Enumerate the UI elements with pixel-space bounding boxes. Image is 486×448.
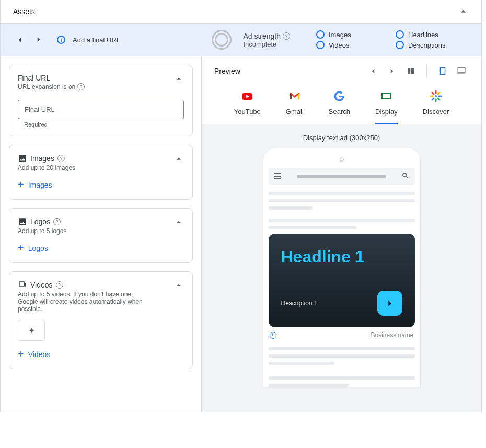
info-icon: i (57, 36, 65, 44)
add-videos-button[interactable]: +Videos (18, 348, 184, 360)
tab-display[interactable]: Display (375, 90, 398, 124)
business-name: Business name (371, 331, 413, 339)
final-url-title: Final URL (18, 74, 85, 82)
videos-card: Videos? Add up to 5 videos. If you don't… (9, 271, 193, 369)
help-icon[interactable]: ? (57, 155, 65, 162)
chevron-up-icon[interactable] (173, 74, 184, 84)
image-icon (18, 154, 27, 163)
ad-strength-value: Incomplete (243, 40, 290, 48)
help-icon[interactable]: ? (53, 218, 61, 225)
logos-subtitle: Add up to 5 logos (18, 227, 66, 235)
logos-title: Logos (30, 217, 50, 226)
final-url-input[interactable]: Final URL (18, 100, 184, 119)
preview-title: Preview (214, 67, 362, 75)
chevron-up-icon[interactable] (173, 280, 184, 291)
help-icon[interactable]: ? (56, 281, 63, 289)
ad-cta-button (377, 291, 402, 316)
check-videos: Videos (316, 41, 389, 49)
images-subtitle: Add up to 20 images (18, 164, 75, 171)
logos-card: Logos? Add up to 5 logos +Logos (9, 208, 193, 263)
add-images-button[interactable]: +Images (18, 179, 184, 191)
address-bar-placeholder (297, 175, 386, 178)
check-images: Images (316, 30, 389, 39)
google-icon (333, 90, 345, 102)
videos-title: Videos (30, 281, 53, 289)
ad-strength-ring (212, 30, 232, 50)
tab-youtube[interactable]: YouTube (234, 90, 261, 124)
preview-variant-label: Display text ad (300x250) (202, 134, 481, 142)
gmail-icon (288, 90, 301, 102)
preview-prev-button[interactable] (366, 64, 380, 78)
add-logos-button[interactable]: +Logos (18, 242, 184, 254)
final-url-subtitle: URL expansion is on (18, 83, 75, 90)
tab-search[interactable]: Search (329, 90, 350, 124)
display-icon (380, 90, 392, 102)
chevron-up-icon[interactable] (173, 154, 184, 164)
device-frame: Headline 1 Description 1 Business name (263, 148, 420, 387)
wizard-prev-button[interactable] (13, 33, 27, 47)
grid-view-button[interactable] (403, 64, 418, 78)
chevron-up-icon[interactable] (173, 217, 184, 227)
menu-icon (274, 173, 281, 179)
preview-next-button[interactable] (385, 64, 399, 78)
wizard-next-button[interactable] (32, 33, 45, 47)
tab-gmail[interactable]: Gmail (286, 90, 304, 124)
check-headlines: Headlines (396, 30, 469, 39)
wizard-step-label: Add a final URL (73, 36, 120, 44)
preview-panel: Preview YouTube Gmail Search Display Dis… (202, 56, 481, 412)
images-card: Images? Add up to 20 images +Images (9, 145, 193, 200)
svg-point-3 (435, 95, 437, 97)
ad-info-icon (270, 332, 276, 339)
images-title: Images (30, 154, 54, 163)
youtube-icon (241, 90, 253, 102)
ad-description: Description 1 (281, 300, 318, 307)
divider (426, 64, 427, 78)
assets-title: Assets (13, 7, 35, 16)
videos-subtitle: Add up to 5 videos. If you don't have on… (18, 291, 148, 313)
ad-headline: Headline 1 (281, 247, 402, 267)
final-url-card: Final URL URL expansion is on? Final URL… (9, 65, 193, 136)
image-icon (18, 217, 27, 226)
search-icon (401, 171, 410, 181)
help-icon[interactable]: ? (77, 83, 85, 90)
final-url-hint: Required (24, 121, 184, 128)
sparkle-icon: ✦ (28, 326, 35, 336)
camera-dot (340, 157, 344, 162)
discover-icon (430, 90, 442, 102)
assets-panel-header[interactable]: Assets (1, 0, 481, 24)
desktop-device-button[interactable] (454, 64, 469, 78)
tab-discover[interactable]: Discover (423, 90, 449, 124)
chevron-right-icon (384, 297, 396, 309)
assets-form: Final URL URL expansion is on? Final URL… (1, 56, 202, 412)
mock-browser-bar (269, 168, 415, 185)
video-icon (18, 280, 27, 290)
help-icon[interactable]: ? (283, 32, 290, 40)
ad-strength-bar: i Add a final URL Ad strength? Incomplet… (1, 24, 481, 56)
mobile-device-button[interactable] (435, 64, 450, 78)
generate-video-button[interactable]: ✦ (18, 320, 45, 341)
ad-preview-card: Headline 1 Description 1 (269, 234, 415, 327)
check-descriptions: Descriptions (396, 41, 469, 49)
collapse-icon[interactable] (458, 6, 469, 17)
ad-strength-title: Ad strength (243, 32, 281, 40)
svg-rect-2 (383, 94, 390, 98)
